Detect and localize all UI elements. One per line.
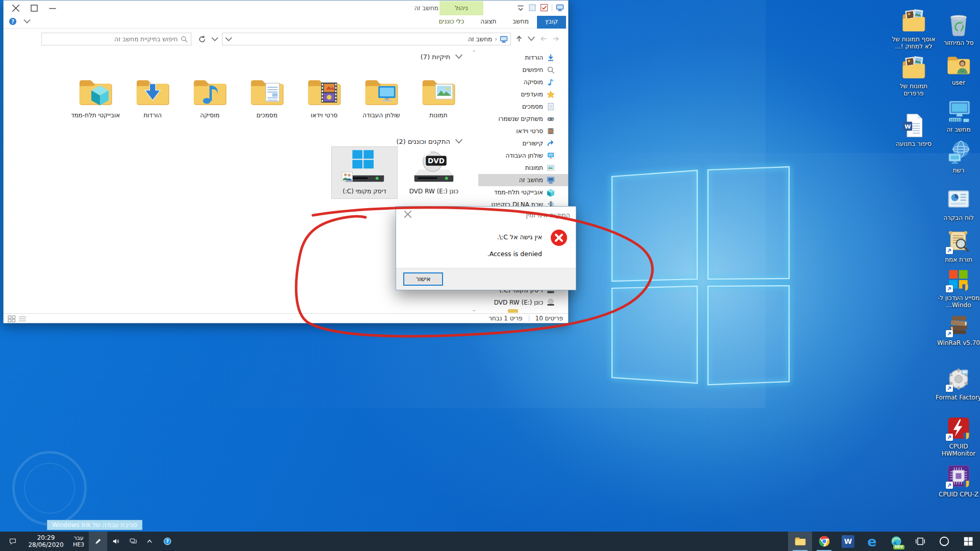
folder-tile[interactable]: סרטי וידאו: [296, 68, 353, 119]
desktop-icon[interactable]: אוסף תמונות של לא למחוק !...: [889, 8, 938, 50]
cortana-icon: [939, 536, 950, 547]
customize-qat-icon[interactable]: [517, 4, 525, 12]
nav-item[interactable]: תמונות: [478, 162, 568, 174]
windows-ink-button[interactable]: [89, 532, 107, 551]
nav-item[interactable]: כונן DVD RW (E:): [478, 296, 568, 309]
error-icon: [550, 229, 568, 246]
drive-tile[interactable]: DVD כונן DVD RW (E:): [401, 146, 467, 199]
folder-tile[interactable]: מסמכים: [238, 68, 296, 119]
taskbar-chrome-button[interactable]: [812, 532, 836, 551]
folder-tile[interactable]: הורדות: [124, 68, 181, 119]
tab-2[interactable]: תצוגה: [472, 16, 504, 29]
chevron-down-icon[interactable]: [225, 35, 233, 43]
address-bar[interactable]: ‹ מחשב זה: [222, 33, 511, 45]
taskbar-clock[interactable]: 20:29 28/06/2020: [23, 532, 68, 551]
volume-button[interactable]: [107, 532, 125, 551]
nav-item[interactable]: קישורים: [478, 137, 568, 149]
taskbar-start-button[interactable]: [956, 532, 980, 551]
folder-tile[interactable]: שולחן העבודה: [353, 68, 410, 119]
desktop-icon[interactable]: תורת אמת: [934, 228, 980, 263]
tab-3[interactable]: כלי כוננים: [431, 16, 473, 29]
up-arrow-icon[interactable]: [515, 35, 523, 43]
help-tray-button[interactable]: ?: [157, 532, 178, 551]
nav-item[interactable]: סרטי וידאו: [478, 125, 568, 137]
group-header-folders[interactable]: תיקיות (7): [421, 53, 463, 61]
desktop-icon-label: מחשב זה: [946, 126, 970, 133]
search-input[interactable]: [42, 33, 191, 45]
nav-pictures-icon: [547, 164, 555, 172]
desktop-icon[interactable]: WinRaR v5.70: [934, 311, 980, 346]
nav-item[interactable]: מחשב זה: [478, 174, 568, 186]
help-icon[interactable]: ?: [9, 17, 17, 26]
taskbar-edge-button[interactable]: e: [860, 532, 884, 551]
desktop-icon[interactable]: W סיפור בתנועה: [889, 112, 938, 147]
taskbar-edge-dev-button[interactable]: DEV: [884, 532, 908, 551]
nav-dvd-icon: [547, 298, 555, 307]
tab-1[interactable]: מחשב: [504, 16, 536, 29]
nav-item[interactable]: חיפושים: [478, 64, 568, 76]
show-hidden-icons-button[interactable]: [142, 532, 157, 551]
nav-item-label: חיפושים: [523, 66, 543, 73]
expand-ribbon-chevron-icon[interactable]: [23, 17, 31, 26]
back-arrow-icon[interactable]: [552, 35, 560, 43]
language-switcher[interactable]: עבר HE3: [68, 532, 89, 551]
scroll-up-icon[interactable]: ⌃: [471, 49, 477, 55]
taskbar-word-button[interactable]: W: [836, 532, 860, 551]
desktop-icon[interactable]: user: [934, 51, 980, 86]
collapse-chevron-icon[interactable]: [455, 137, 463, 145]
folder-tile[interactable]: תמונות: [410, 68, 467, 119]
nav-item[interactable]: מועדפים: [478, 88, 568, 101]
address-dropdown-button[interactable]: [209, 33, 220, 45]
forward-arrow-icon[interactable]: [540, 35, 548, 43]
recent-locations-chevron-icon[interactable]: [527, 35, 535, 43]
cpuz-icon: [945, 463, 972, 489]
breadcrumb-location[interactable]: מחשב זה: [468, 36, 492, 43]
desktop-icon[interactable]: Format Factory: [934, 366, 980, 401]
maximize-icon: [30, 4, 38, 12]
new-folder-icon[interactable]: [528, 4, 536, 12]
taskbar-file-explorer-button[interactable]: [788, 532, 812, 551]
group-header-drives[interactable]: התקנים וכוננים (2): [396, 137, 463, 145]
tab-file[interactable]: קובץ: [537, 16, 566, 29]
desktop-icon[interactable]: CPUID CPU-Z: [934, 463, 980, 498]
taskbar-cortana-button[interactable]: [932, 532, 956, 551]
collapse-chevron-icon[interactable]: [455, 53, 463, 61]
desktop-icon[interactable]: מחשב זה: [934, 98, 980, 133]
maximize-button[interactable]: [25, 1, 43, 16]
network-button[interactable]: [125, 532, 142, 551]
network-icon: [129, 537, 137, 545]
nav-item[interactable]: משחקים שנשמרו: [478, 113, 568, 125]
shortcut-arrow-icon: [946, 285, 953, 292]
dialog-close-button[interactable]: [396, 207, 419, 222]
manage-contextual-tab-header[interactable]: ניהול: [439, 1, 483, 15]
minimize-button[interactable]: [43, 1, 62, 16]
folder-tile[interactable]: מוסיקה: [181, 68, 238, 119]
nav-item[interactable]: הורדות: [478, 52, 568, 64]
close-button[interactable]: [7, 1, 25, 16]
action-center-button[interactable]: [2, 532, 23, 551]
title-bar[interactable]: מחשב זה ניהול: [4, 1, 568, 16]
nav-item-label: מועדפים: [521, 91, 543, 98]
desktop-icon[interactable]: לוח הבקרה: [934, 186, 980, 221]
drive-tile[interactable]: דיסק מקומי (C:): [331, 146, 398, 199]
scroll-down-icon[interactable]: ⌄: [471, 307, 477, 312]
large-icons-view-icon[interactable]: [8, 315, 16, 323]
pc-desktop-icon: [945, 98, 972, 124]
properties-icon[interactable]: [540, 4, 548, 12]
desktop-icon[interactable]: רשת: [934, 139, 980, 174]
desktop-icon[interactable]: סל המיחזור: [934, 11, 980, 46]
desktop-icon[interactable]: מסייע העדכון ל- Windo...: [934, 266, 980, 309]
nav-item[interactable]: שולחן העבודה: [478, 149, 568, 162]
refresh-button[interactable]: [195, 33, 208, 45]
nav-item[interactable]: מוסיקה: [478, 76, 568, 88]
nav-item[interactable]: מסמכים: [478, 101, 568, 113]
ok-button[interactable]: אישור: [403, 272, 443, 286]
desktop-icon[interactable]: תמונות של פרפרים: [889, 55, 938, 97]
taskbar-task-view-button[interactable]: [908, 532, 932, 551]
nav-item[interactable]: אובייקטי תלת-ממד: [478, 186, 568, 198]
folder-label: אובייקטי תלת-ממד: [71, 112, 120, 119]
desktop-icon[interactable]: CPUID HWMonitor: [934, 415, 980, 457]
nav-links-icon: [547, 139, 555, 147]
folder-tile[interactable]: אובייקטי תלת-ממד: [67, 68, 124, 119]
details-view-icon[interactable]: [18, 315, 27, 323]
